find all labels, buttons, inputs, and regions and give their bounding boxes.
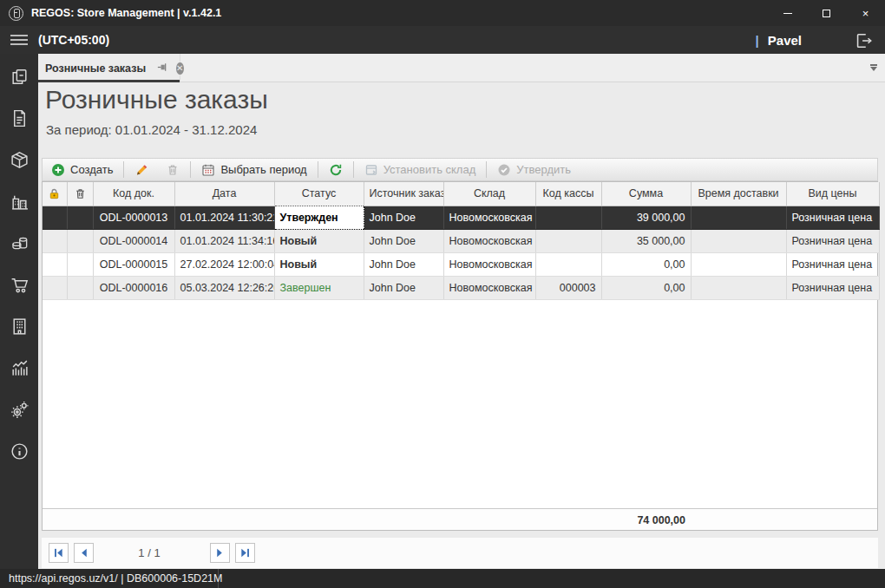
column-header[interactable]: Склад	[443, 182, 535, 206]
prev-page-button[interactable]	[74, 543, 94, 563]
maximize-button[interactable]	[807, 0, 846, 26]
edit-button[interactable]	[126, 159, 157, 180]
table-cell[interactable]: Розничная цена	[786, 229, 879, 252]
package-icon[interactable]	[8, 148, 30, 171]
table-cell[interactable]: ODL-0000015	[93, 252, 174, 276]
table-cell[interactable]: Новомосковская	[443, 276, 535, 299]
column-header[interactable]: Время доставки	[691, 182, 786, 206]
table-cell[interactable]: John Doe	[364, 276, 443, 299]
toolbar-separator	[318, 161, 318, 178]
building-icon[interactable]	[8, 315, 30, 337]
table-cell[interactable]	[691, 252, 786, 276]
table-cell[interactable]: Новый	[274, 229, 364, 252]
table-cell[interactable]: Розничная цена	[786, 276, 879, 299]
table-cell[interactable]	[691, 206, 786, 229]
choose-period-button[interactable]: Выбрать период	[193, 159, 315, 180]
minimize-button[interactable]	[768, 0, 807, 26]
table-cell[interactable]: 01.01.2024 11:30:21	[174, 206, 274, 229]
table-cell[interactable]	[535, 206, 601, 229]
table-cell[interactable]: Новомосковская	[443, 206, 535, 229]
cart-icon[interactable]	[8, 273, 30, 296]
table-cell[interactable]	[691, 276, 786, 299]
table-cell[interactable]	[691, 229, 786, 252]
column-header[interactable]: Вид цены	[786, 182, 879, 206]
table-cell[interactable]	[67, 229, 93, 252]
create-button[interactable]: Создать	[43, 159, 121, 180]
table-row[interactable]: ODL-000001401.01.2024 11:34:16НовыйJohn …	[43, 229, 879, 252]
table-cell[interactable]: 01.01.2024 11:34:16	[174, 229, 274, 252]
tab-close-icon[interactable]: ✕	[176, 62, 183, 75]
table-cell[interactable]: John Doe	[364, 229, 443, 252]
table-cell[interactable]: 000003	[535, 276, 601, 299]
table-row[interactable]: ODL-000001301.01.2024 11:30:21УтвержденJ…	[43, 206, 879, 229]
close-button[interactable]: ×	[846, 0, 885, 26]
table-cell[interactable]: John Doe	[364, 206, 443, 229]
pin-icon[interactable]	[156, 61, 167, 76]
table-row[interactable]: ODL-000001527.02.2024 12:00:04НовыйJohn …	[43, 252, 879, 276]
coins-icon[interactable]	[8, 232, 30, 254]
table-cell[interactable]: ODL-0000014	[93, 229, 174, 252]
last-page-button[interactable]	[235, 543, 255, 563]
table-cell[interactable]: Новомосковская	[443, 252, 535, 276]
gears-icon[interactable]	[8, 398, 30, 421]
table-cell[interactable]	[43, 276, 67, 299]
trash-icon	[166, 163, 180, 177]
pager: 1 / 1	[42, 538, 878, 568]
table-cell[interactable]: 0,00	[601, 252, 691, 276]
table-cell[interactable]: John Doe	[364, 252, 443, 276]
status-bar: https://api.regos.uz/v1/ | DB600006-15D2…	[0, 569, 885, 588]
column-header[interactable]: Сумма	[601, 182, 691, 206]
tab-label: Розничные заказы	[45, 62, 146, 75]
table-cell[interactable]: Новомосковская	[443, 229, 535, 252]
first-page-icon	[53, 547, 64, 559]
table-cell[interactable]: Розничная цена	[786, 206, 879, 229]
column-header[interactable]: Дата	[174, 182, 274, 206]
tab-list-dropdown-icon[interactable]	[869, 64, 878, 71]
next-page-button[interactable]	[210, 543, 230, 563]
column-header[interactable]: Статус	[274, 182, 364, 206]
table-cell[interactable]: 35 000,00	[601, 229, 691, 252]
document-icon[interactable]	[8, 107, 30, 129]
chart-icon[interactable]	[8, 356, 30, 379]
refresh-button[interactable]	[320, 159, 351, 180]
table-cell[interactable]: ODL-0000016	[93, 276, 174, 299]
table-cell[interactable]: Новый	[274, 252, 364, 276]
sidebar	[0, 54, 38, 569]
table-cell[interactable]: Утвержден	[274, 206, 364, 229]
info-icon[interactable]	[8, 440, 30, 462]
toolbar-separator	[486, 161, 487, 178]
total-amount: 74 000,00	[601, 509, 691, 531]
first-page-button[interactable]	[49, 543, 69, 563]
factory-icon[interactable]	[8, 190, 30, 212]
table-cell[interactable]	[67, 206, 93, 229]
table-cell[interactable]: 0,00	[601, 276, 691, 299]
toolbar-separator	[123, 161, 124, 178]
column-header[interactable]: Код кассы	[535, 182, 601, 206]
logout-icon[interactable]	[854, 31, 873, 50]
column-header[interactable]: Источник заказа	[364, 182, 443, 206]
table-cell[interactable]: 27.02.2024 12:00:04	[174, 252, 274, 276]
table-cell[interactable]	[535, 252, 601, 276]
table-cell[interactable]	[43, 252, 67, 276]
table-cell[interactable]: 39 000,00	[601, 206, 691, 229]
table-cell[interactable]	[43, 229, 67, 252]
refresh-icon	[329, 163, 343, 177]
table-cell[interactable]	[67, 252, 93, 276]
table-cell[interactable]: ODL-0000013	[93, 206, 174, 229]
approve-button[interactable]: Утвердить	[488, 159, 580, 180]
pages-icon[interactable]	[8, 65, 30, 88]
table-row[interactable]: ODL-000001605.03.2024 12:26:26ЗавершенJo…	[43, 276, 879, 299]
table-cell[interactable]: Розничная цена	[786, 252, 879, 276]
table-cell[interactable]	[43, 206, 67, 229]
column-header[interactable]: Код док.	[93, 182, 174, 206]
table-cell[interactable]: 05.03.2024 12:26:26	[174, 276, 274, 299]
table-cell[interactable]	[535, 229, 601, 252]
hamburger-menu-icon[interactable]	[10, 32, 28, 48]
table-cell[interactable]: Завершен	[274, 276, 364, 299]
tab-retail-orders[interactable]: Розничные заказы ✕	[38, 54, 180, 82]
set-warehouse-button[interactable]: Установить склад	[356, 159, 485, 180]
next-page-icon	[214, 547, 226, 559]
delete-button[interactable]	[157, 159, 188, 180]
minimize-icon	[783, 13, 792, 14]
table-cell[interactable]	[67, 276, 93, 299]
